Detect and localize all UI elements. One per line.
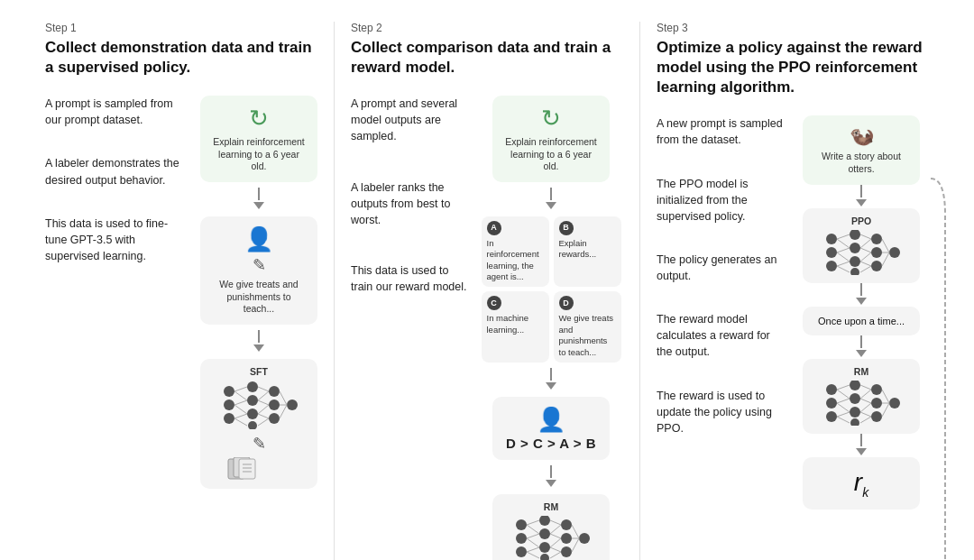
svg-line-70 [837, 239, 850, 248]
svg-line-69 [837, 234, 850, 239]
svg-line-83 [882, 252, 889, 266]
reward-label: rk [813, 468, 909, 500]
step3-reward-card: rk [803, 457, 920, 510]
step1-arrow1 [253, 188, 264, 211]
svg-point-92 [871, 398, 882, 409]
svg-line-72 [837, 252, 850, 262]
step2-labeler-card: 👤 D > C > A > B [492, 397, 610, 460]
svg-point-64 [850, 268, 859, 275]
step3-desc2: The PPO model is initialized from the su… [657, 176, 783, 252]
person-icon2: 👤 [505, 406, 597, 434]
svg-line-57 [572, 538, 579, 552]
svg-point-60 [826, 261, 837, 271]
svg-line-79 [860, 262, 871, 266]
svg-point-88 [850, 393, 860, 404]
svg-line-100 [837, 417, 850, 423]
step3-rm-card: RM [803, 359, 920, 434]
svg-line-43 [527, 520, 539, 525]
svg-line-45 [527, 534, 539, 538]
svg-line-15 [234, 414, 247, 418]
svg-point-10 [287, 399, 298, 410]
svg-line-96 [837, 390, 850, 399]
step3-ppo-card: PPO [803, 208, 920, 283]
svg-line-81 [882, 239, 889, 252]
svg-point-61 [850, 230, 860, 240]
svg-point-58 [826, 234, 837, 244]
svg-point-41 [561, 546, 572, 557]
step3-descriptions: A new prompt is sampled from the dataset… [657, 115, 783, 510]
step3-desc1: A new prompt is sampled from the dataset… [657, 115, 783, 175]
step3-arrow3 [856, 335, 867, 359]
rm-neural-net [510, 516, 592, 560]
step1: Step 1 Collect demonstration data and tr… [29, 22, 335, 560]
svg-point-35 [539, 516, 550, 526]
step3-desc5: The reward is used to update the policy … [657, 388, 783, 436]
svg-point-1 [224, 399, 234, 410]
step2-arrow2 [546, 368, 556, 391]
person-icon: 👤 [211, 225, 307, 253]
step3-title: Optimize a policy against the reward mod… [657, 38, 929, 97]
svg-line-51 [550, 534, 561, 538]
svg-line-54 [550, 552, 561, 558]
step2: Step 2 Collect comparison data and train… [335, 22, 640, 560]
svg-point-40 [561, 533, 572, 544]
svg-point-9 [269, 413, 280, 424]
svg-point-90 [850, 418, 859, 426]
rm2-neural-net [821, 381, 902, 426]
svg-line-14 [234, 405, 247, 414]
step1-prompt-card: ↻ Explain reinforcement learning to a 6 … [200, 96, 317, 182]
feedback-arrow [923, 170, 949, 560]
step3: Step 3 Optimize a policy against the rew… [640, 22, 945, 560]
step2-body: A prompt and several model outputs are s… [351, 96, 623, 560]
svg-point-66 [871, 247, 882, 258]
svg-point-38 [540, 554, 549, 560]
step1-desc1: A prompt is sampled from our prompt data… [45, 96, 189, 155]
svg-line-25 [280, 405, 287, 418]
step2-prompt-card: ↻ Explain reinforcement learning to a 6 … [492, 96, 610, 182]
step1-sft-card: SFT [200, 359, 317, 489]
step1-arrow2 [253, 330, 264, 353]
step3-label: Step 3 [657, 22, 929, 34]
svg-line-50 [550, 525, 561, 534]
svg-point-42 [579, 533, 590, 544]
svg-point-86 [826, 411, 837, 422]
svg-line-74 [837, 266, 850, 272]
svg-line-47 [527, 547, 539, 552]
svg-line-77 [860, 248, 871, 252]
svg-line-21 [258, 414, 269, 418]
svg-point-63 [850, 256, 860, 267]
svg-point-68 [889, 247, 900, 258]
svg-line-48 [527, 552, 539, 558]
steps-container: Step 1 Collect demonstration data and tr… [29, 22, 945, 560]
svg-point-37 [539, 542, 550, 553]
sft-neural-net [218, 381, 299, 429]
step2-visuals: ↻ Explain reinforcement learning to a 6 … [479, 96, 623, 560]
svg-point-65 [871, 234, 882, 244]
svg-line-11 [234, 387, 247, 391]
svg-line-52 [550, 538, 561, 547]
otter-icon: 🦦 [813, 124, 909, 148]
step2-desc2: A labeler ranks the outputs from best to… [351, 179, 468, 262]
svg-point-0 [224, 386, 234, 397]
svg-point-3 [247, 381, 258, 392]
svg-line-71 [837, 248, 850, 252]
output-B: B Explain rewards... [554, 216, 621, 287]
pencil-icon: ✎ [211, 255, 307, 275]
svg-line-75 [860, 234, 871, 239]
svg-line-16 [234, 418, 247, 426]
svg-point-34 [516, 546, 527, 557]
svg-line-106 [860, 417, 871, 423]
svg-point-39 [561, 519, 572, 530]
ppo-neural-net [821, 230, 902, 275]
step2-arrow3 [546, 465, 556, 489]
step1-desc3: This data is used to fine-tune GPT-3.5 w… [45, 216, 189, 264]
svg-line-102 [860, 390, 871, 399]
step1-body: A prompt is sampled from our prompt data… [45, 96, 317, 489]
svg-point-33 [516, 533, 527, 544]
svg-line-104 [860, 403, 871, 412]
svg-line-17 [258, 387, 269, 391]
svg-line-73 [837, 262, 850, 266]
output-C: C In machine learning... [482, 291, 549, 362]
step1-label: Step 1 [45, 22, 317, 34]
step3-output-card: Once upon a time... [803, 307, 920, 335]
